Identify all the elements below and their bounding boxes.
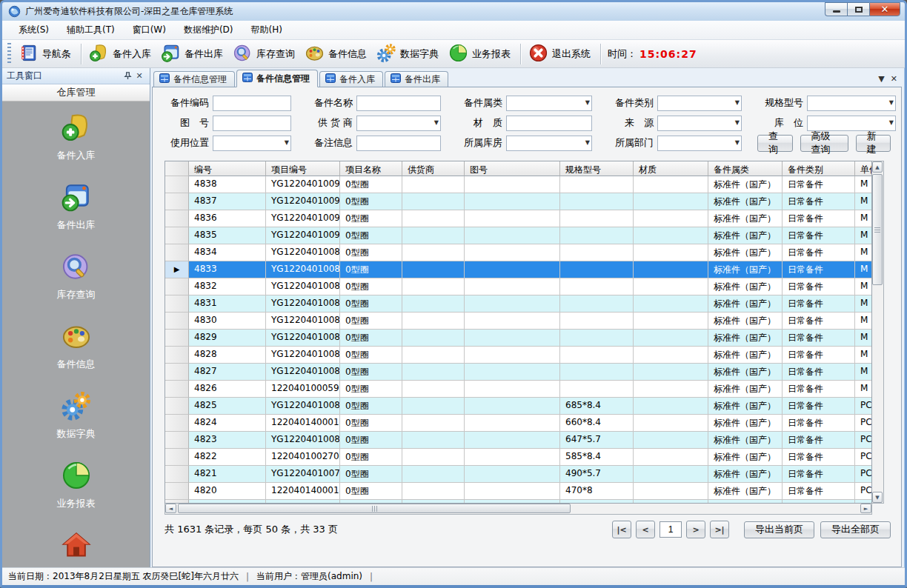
scroll-up-icon[interactable]: ▲ — [872, 161, 883, 173]
column-header-supplier[interactable]: 供货商 — [402, 161, 465, 176]
row-selector-cell[interactable] — [165, 398, 189, 415]
table-row[interactable]: 4830YG122040100850型圈标准件（国产）日常备件M — [165, 313, 871, 330]
exit-toolbar-button[interactable]: 退出系统 — [525, 41, 597, 67]
panel-close-icon[interactable]: ✕ — [133, 70, 145, 82]
row-selector-cell[interactable] — [165, 483, 189, 500]
toolbar-grip[interactable] — [7, 43, 11, 65]
department-combobox[interactable]: ▼ — [657, 136, 742, 151]
row-selector-cell[interactable] — [165, 381, 189, 398]
menu-item[interactable]: 帮助(H) — [242, 21, 291, 39]
export-all-pages-button[interactable]: 导出全部页 — [820, 521, 891, 538]
table-row[interactable]: 4823YG122040100800型圈647*5.7标准件（国产）日常备件PC — [165, 432, 871, 449]
row-selector-cell[interactable] — [165, 295, 189, 313]
query-button[interactable]: 查询 — [757, 135, 793, 152]
row-selector-cell[interactable] — [165, 313, 189, 330]
sidebar-item-parts-in[interactable]: 备件入库 — [2, 112, 150, 162]
row-selector-cell[interactable] — [165, 210, 189, 227]
table-row[interactable]: 4832YG122040100870型圈标准件（国产）日常备件M — [165, 278, 871, 295]
column-header-material[interactable]: 材质 — [634, 161, 708, 176]
drawing-no-input[interactable] — [213, 116, 291, 131]
column-header-no[interactable]: 编号 — [189, 161, 266, 176]
advanced-query-button[interactable]: 高级查询 — [800, 135, 848, 152]
column-header-project_name[interactable]: 项目名称 — [340, 161, 402, 176]
row-selector-cell[interactable] — [165, 415, 189, 432]
row-selector-cell[interactable] — [165, 466, 189, 483]
scroll-right-icon[interactable]: ► — [860, 504, 871, 513]
row-selector-cell[interactable] — [165, 449, 189, 466]
minimize-button[interactable] — [825, 2, 847, 16]
table-row[interactable]: 4821YG122040100790型圈490*5.7标准件（国产）日常备件PC — [165, 466, 871, 483]
row-selector-cell[interactable] — [165, 176, 189, 193]
vertical-scrollbar[interactable]: ▲ ▼ — [872, 161, 884, 504]
table-row[interactable]: 4837YG122040100920型圈标准件（国产）日常备件M — [165, 193, 871, 210]
warehouse-combobox[interactable]: ▼ — [506, 136, 592, 151]
table-row[interactable]: 4835YG122040100900型圈标准件（国产）日常备件M — [165, 227, 871, 244]
horizontal-scrollbar[interactable]: ◄ ► — [165, 504, 872, 515]
tab-close-icon[interactable]: ✕ — [891, 74, 897, 84]
maximize-button[interactable] — [847, 2, 869, 16]
row-selector-cell[interactable] — [165, 227, 189, 244]
table-row[interactable]: 4828YG122040100830型圈标准件（国产）日常备件M — [165, 347, 871, 364]
vertical-scroll-thumb[interactable] — [872, 174, 883, 285]
location-combobox[interactable]: ▼ — [807, 116, 896, 131]
close-button[interactable]: ✕ — [869, 2, 900, 16]
use-position-combobox[interactable]: ▼ — [213, 136, 291, 151]
remark-input[interactable] — [356, 136, 441, 151]
table-row[interactable]: 482212204010027000型圈585*8.4标准件（国产）日常备件PC — [165, 449, 871, 466]
sidebar-item-warehouse[interactable]: 库房管理 — [2, 529, 150, 567]
menu-item[interactable]: 系统(S) — [10, 21, 58, 39]
navbar-toolbar-button[interactable]: 导航条 — [15, 41, 77, 67]
tab-1-active[interactable]: 备件信息管理 — [236, 70, 318, 87]
tab-list-dropdown-icon[interactable]: ▼ — [878, 74, 884, 84]
table-row[interactable]: 4825YG122040100810型圈685*8.4标准件（国产）日常备件PC — [165, 398, 871, 415]
column-header-project_no[interactable]: 项目编号 — [266, 161, 340, 176]
table-row[interactable]: 4827YG122040100820型圈标准件（国产）日常备件M — [165, 364, 871, 381]
row-selector-cell[interactable] — [165, 244, 189, 261]
column-header-drawing_no[interactable]: 图号 — [465, 161, 560, 176]
menu-item[interactable]: 辅助工具(T) — [58, 21, 124, 39]
menu-item[interactable]: 窗口(W) — [124, 21, 175, 39]
data-dict-toolbar-button[interactable]: 数据字典 — [373, 41, 445, 67]
sidebar-item-parts-out[interactable]: 备件出库 — [2, 181, 150, 232]
column-header-unit[interactable]: 单位 — [855, 161, 872, 176]
table-row[interactable]: 4834YG122040100890型圈标准件（国产）日常备件M — [165, 244, 871, 261]
sidebar-item-data-dict[interactable]: 数据字典 — [2, 390, 150, 441]
parts-out-toolbar-button[interactable]: 备件出库 — [157, 41, 229, 67]
row-selector-cell[interactable] — [165, 364, 189, 381]
table-row[interactable]: ▶4833YG122040100880型圈标准件（国产）日常备件M — [165, 261, 871, 278]
row-selector-cell[interactable] — [165, 278, 189, 295]
row-selector-cell[interactable] — [165, 193, 189, 210]
tab-0[interactable]: 备件信息管理 — [153, 71, 235, 87]
column-header-type[interactable]: 备件类别 — [783, 161, 855, 176]
horizontal-scroll-thumb[interactable] — [178, 504, 571, 513]
report-toolbar-button[interactable]: 业务报表 — [445, 41, 516, 67]
part-type-combobox[interactable]: ▼ — [657, 96, 742, 111]
row-selector-cell[interactable] — [165, 347, 189, 364]
tab-2[interactable]: 备件入库 — [319, 71, 383, 87]
page-number-input[interactable] — [660, 521, 682, 538]
scroll-down-icon[interactable]: ▼ — [872, 492, 883, 503]
sidebar-item-report[interactable]: 业务报表 — [2, 460, 150, 510]
table-row[interactable]: 482612204010005990型圈标准件（国产）日常备件M — [165, 381, 871, 398]
row-selector-cell[interactable]: ▶ — [165, 261, 189, 278]
part-name-input[interactable] — [356, 96, 441, 111]
row-selector-cell[interactable] — [165, 432, 189, 449]
sidebar-item-parts-info[interactable]: 备件信息 — [2, 321, 150, 371]
parts-info-toolbar-button[interactable]: 备件信息 — [301, 41, 373, 67]
tab-3[interactable]: 备件出库 — [385, 71, 448, 87]
first-page-button[interactable]: |< — [612, 521, 631, 538]
prev-page-button[interactable]: < — [636, 521, 655, 538]
table-row[interactable]: 482012204014000130型圈470*8标准件（国产）日常备件PC — [165, 483, 871, 500]
table-row[interactable]: 482412204014000120型圈660*8.4标准件（国产）日常备件PC — [165, 415, 871, 432]
table-row[interactable]: 4838YG122040100930型圈标准件（国产）日常备件M — [165, 176, 871, 193]
parts-in-toolbar-button[interactable]: 备件入库 — [85, 41, 157, 67]
stock-query-toolbar-button[interactable]: 库存查询 — [229, 41, 301, 67]
export-current-page-button[interactable]: 导出当前页 — [744, 521, 814, 538]
pin-icon[interactable] — [122, 70, 133, 82]
supplier-combobox[interactable]: ▼ — [356, 116, 441, 131]
table-row[interactable]: 4831YG122040100860型圈标准件（国产）日常备件M — [165, 295, 871, 313]
row-selector-cell[interactable] — [165, 330, 189, 347]
column-header-category[interactable]: 备件属类 — [708, 161, 783, 176]
part-code-input[interactable] — [213, 96, 291, 111]
next-page-button[interactable]: > — [686, 521, 705, 538]
